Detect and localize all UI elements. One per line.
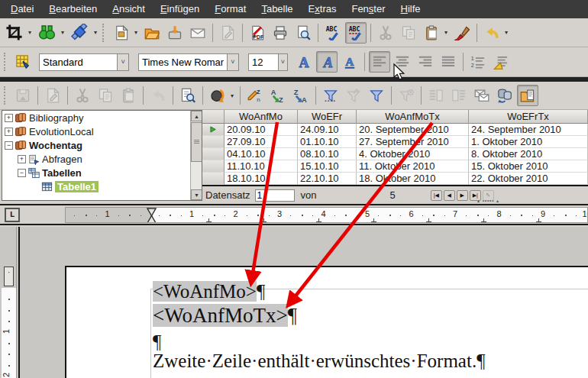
tree-expander[interactable]: + [5, 128, 13, 136]
menu-einfgen[interactable]: Einfügen [153, 0, 207, 18]
mail-merge-button[interactable] [471, 85, 493, 106]
dataview-splitter[interactable]: ▴ ▪▪▪▪▪ ▴ [477, 198, 499, 203]
export-pdf-button[interactable]: PDF [247, 22, 268, 44]
open-document-button[interactable] [141, 22, 163, 44]
row-header[interactable] [202, 160, 225, 173]
table-cell[interactable]: 11.10.10 [225, 160, 298, 173]
bold-button[interactable]: A [293, 51, 315, 73]
table-cell[interactable]: 04.10.10 [225, 148, 298, 160]
format-paintbrush-button[interactable] [451, 22, 473, 44]
tree-item-abfragen[interactable]: +Abfragen [2, 152, 202, 166]
first-record-button[interactable]: |◀ [431, 190, 442, 201]
tree-expander[interactable]: + [5, 114, 13, 122]
autofilter-button[interactable] [320, 85, 341, 106]
tree-item-evolutionlocal[interactable]: +EvolutionLocal [2, 124, 202, 138]
column-header-woanfmotx[interactable]: WoAnfMoTx [357, 110, 469, 124]
table-cell[interactable]: 27. September 2010 [357, 136, 469, 148]
table-cell[interactable]: 11. Oktober 2010 [357, 160, 469, 173]
indent-marker[interactable] [147, 208, 157, 223]
table-cell[interactable]: 24. September 2010 [469, 124, 588, 136]
print-button[interactable] [270, 22, 291, 44]
tree-item-tabellen[interactable]: −Tabellen [2, 166, 202, 179]
sort-descending-button[interactable]: ZA [290, 85, 312, 106]
table-cell[interactable]: 18. Oktober 2010 [357, 173, 469, 185]
column-header-woanfmo[interactable]: WoAnfMo [225, 110, 298, 124]
sort-button[interactable]: Zn [244, 85, 266, 106]
email-document-button[interactable] [187, 22, 208, 44]
table-cell[interactable]: 8. Oktober 2010 [469, 148, 588, 160]
table-cell[interactable]: 22.10.10 [298, 173, 357, 185]
row-header[interactable] [202, 148, 225, 160]
tree-item-wochentag[interactable]: −Wochentag [2, 138, 202, 152]
transform-shapes-dropdown-arrow[interactable]: ▾ [92, 23, 99, 43]
tree-scrollbar[interactable]: ▲▼ [190, 111, 202, 200]
row-header-corner[interactable] [202, 110, 225, 124]
tab-stop-selector[interactable]: L [5, 208, 20, 222]
table-cell[interactable]: 20.09.10 [225, 124, 298, 136]
menu-datei[interactable]: Datei [3, 0, 41, 18]
row-header[interactable] [202, 136, 225, 148]
scroll-thumb[interactable] [191, 122, 202, 162]
tree-expander[interactable]: − [5, 141, 13, 150]
sort-ascending-button[interactable]: AZ [267, 85, 289, 106]
menu-ansicht[interactable]: Ansicht [105, 0, 153, 18]
tree-item-tabelle1[interactable]: Tabelle1 [2, 179, 202, 193]
find-and-replace-button[interactable] [35, 21, 59, 44]
auto-spellcheck-button[interactable]: ABC [345, 22, 367, 44]
align-right-button[interactable] [415, 51, 436, 73]
toolbar-grip[interactable] [102, 24, 108, 42]
find-record-button[interactable] [177, 85, 199, 106]
crop-tool-dropdown-arrow[interactable]: ▾ [26, 23, 34, 43]
numbered-list-button[interactable]: 12 [467, 51, 489, 73]
new-document-dropdown-arrow[interactable]: ▾ [132, 23, 140, 43]
toolbar-grip[interactable] [4, 53, 9, 71]
spellcheck-button[interactable]: ABC [322, 22, 344, 44]
paste-button[interactable] [421, 22, 442, 44]
new-document-button[interactable] [111, 22, 132, 44]
tree-expander[interactable]: − [18, 169, 26, 177]
font-size-dropdown-button[interactable]: ˅ [278, 54, 287, 70]
mergefield-woanfmo[interactable]: <WoAnfMo> [153, 281, 257, 302]
refresh-dropdown-arrow[interactable]: ▾ [228, 86, 236, 105]
explorer-on-off-button[interactable] [517, 85, 538, 106]
data-source-of-document-button[interactable] [494, 85, 515, 106]
undo-dropdown-arrow[interactable]: ▾ [502, 23, 510, 43]
scroll-down-button[interactable]: ▼ [191, 189, 202, 200]
menu-format[interactable]: Format [207, 0, 254, 18]
table-cell[interactable]: 08.10.10 [298, 148, 357, 160]
table-cell[interactable]: 27.09.10 [225, 136, 298, 148]
previous-record-button[interactable]: ◀ [444, 190, 455, 201]
menu-extras[interactable]: Extras [301, 0, 344, 18]
align-center-button[interactable] [392, 51, 413, 73]
row-header[interactable] [202, 173, 225, 185]
tree-expander[interactable]: + [18, 155, 26, 163]
page-preview-button[interactable] [292, 22, 314, 44]
paragraph-style-dropdown-button[interactable]: ˅ [117, 54, 128, 70]
table-cell[interactable]: 15.10.10 [298, 160, 357, 173]
tree-item-bibliography[interactable]: +Bibliography [2, 111, 202, 124]
underline-button[interactable]: A [339, 51, 360, 73]
menu-fenster[interactable]: Fenster [344, 0, 393, 18]
font-name-dropdown-button[interactable]: ˅ [227, 54, 238, 70]
menu-bearbeiten[interactable]: Bearbeiten [41, 0, 105, 18]
font-size-input[interactable] [249, 54, 278, 70]
table-cell[interactable]: 24.09.10 [298, 124, 357, 136]
menu-hilfe[interactable]: Hilfe [393, 0, 428, 18]
table-cell[interactable]: 22. Oktober 2010 [469, 173, 588, 185]
row-header[interactable] [202, 124, 225, 136]
find-and-replace-dropdown-arrow[interactable]: ▾ [59, 23, 66, 43]
bullet-list-button[interactable] [490, 51, 512, 73]
table-cell[interactable]: 4. Oktober 2010 [357, 148, 469, 160]
top-margin-marker[interactable] [4, 267, 14, 286]
toolbar-grip[interactable] [4, 86, 9, 105]
paste-dropdown-arrow[interactable]: ▾ [442, 23, 450, 43]
mergefield-woanfmotx[interactable]: <WoAnfMoTx> [153, 304, 288, 327]
italic-button[interactable]: A [316, 51, 338, 73]
table-cell[interactable]: 20. September 2010 [357, 124, 469, 136]
scroll-up-button[interactable]: ▲ [191, 111, 202, 121]
table-cell[interactable]: 15. Oktober 2010 [469, 160, 588, 173]
menu-tabelle[interactable]: Tabelle [254, 0, 300, 18]
table-cell[interactable]: 18.10.10 [225, 173, 298, 185]
save-document-button[interactable] [164, 22, 186, 44]
document-area[interactable]: 12 <WoAnfMo>¶ <WoAnfMoTx>¶ ¶ Zweite·Zeil… [0, 227, 588, 378]
